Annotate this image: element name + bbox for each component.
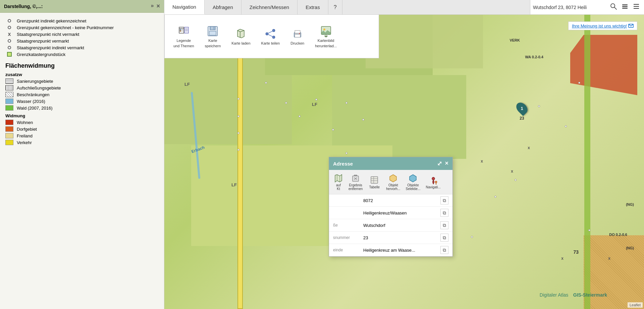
svg-rect-11 xyxy=(180,30,181,32)
layers-icon[interactable] xyxy=(620,1,630,13)
svg-rect-21 xyxy=(209,31,216,35)
drucken-button[interactable]: Drucken xyxy=(287,26,308,47)
addr-hausnummer-value: 23 xyxy=(363,235,440,240)
svg-rect-4 xyxy=(622,8,628,9)
x-mark-1: x xyxy=(528,145,530,150)
tab-navigation[interactable]: Navigation xyxy=(164,0,205,14)
auf-karte-icon xyxy=(334,173,343,183)
map-marker: 1 23 xyxy=(517,102,527,121)
meinung-banner[interactable]: Ihre Meinung ist uns wichtig! xyxy=(568,21,637,30)
legende-button[interactable]: Legende und Themen xyxy=(170,23,198,50)
addr-ort-copy[interactable]: ⧉ xyxy=(440,209,448,217)
svg-point-24 xyxy=(272,36,275,39)
tab-extras[interactable]: Extras xyxy=(298,0,328,14)
address-expand-btn[interactable]: ⤢ xyxy=(437,160,442,167)
left-panel: Darstellung, ©,...: » × Grenzpunkt indir… xyxy=(0,0,164,309)
close-btn[interactable]: × xyxy=(156,3,160,10)
auf-karte-button[interactable]: aufKt xyxy=(332,172,345,192)
panel-title: Darstellung, ©,...: xyxy=(4,4,43,9)
search-input[interactable] xyxy=(533,5,607,10)
karte-speichern-label1: Karte xyxy=(208,39,217,43)
item-label: Grenzpunkt indirekt gekennzeichnet xyxy=(17,18,86,23)
address-dialog-toolbar: aufKt Ergebnisentfernen Tabelle Objekthe… xyxy=(329,170,452,194)
svg-rect-20 xyxy=(211,27,213,29)
karte-teilen-button[interactable]: Karte teilen xyxy=(258,26,283,47)
search-icon[interactable] xyxy=(608,1,619,13)
karte-teilen-label: Karte teilen xyxy=(261,41,280,45)
hatch-v-icon xyxy=(5,85,13,90)
hatch-d-icon xyxy=(5,92,13,97)
item-label: Grenzkatastergrundstück xyxy=(17,52,65,57)
karte-speichern-button[interactable]: Karte speichern xyxy=(202,23,224,50)
objekt-hervorh-icon xyxy=(388,173,398,183)
section-title: Flächenwidmung xyxy=(5,62,159,69)
address-dialog-title: Adresse xyxy=(333,161,353,167)
navigati-button[interactable]: Navigati... xyxy=(424,174,442,190)
svg-rect-29 xyxy=(295,30,300,33)
tab-help[interactable]: ? xyxy=(328,0,342,14)
addr-hausnummer-label: snummer xyxy=(333,235,363,240)
address-dialog: Adresse ⤢ × aufKt Ergebnisentfernen Tabe… xyxy=(329,157,453,257)
legende-label: Legende xyxy=(176,39,191,43)
addr-strasse-label: ße xyxy=(333,223,363,228)
map-dot xyxy=(565,125,567,127)
svg-rect-3 xyxy=(622,6,628,7)
map[interactable]: LF LF LF x x x x x Erbach WA 0.2-0.4 DO … xyxy=(164,15,644,309)
map-dot xyxy=(315,99,317,101)
address-close-btn[interactable]: × xyxy=(445,160,448,167)
tabelle-button[interactable]: Tabelle xyxy=(366,174,383,190)
panel-content: Grenzpunkt indirekt gekennzeichnet Grenz… xyxy=(0,13,164,150)
addr-hausnummer-copy[interactable]: ⧉ xyxy=(440,234,448,242)
map-dot xyxy=(588,229,590,231)
karte-speichern-label2: speichern xyxy=(205,44,221,48)
item-label: Verkehr xyxy=(17,140,32,145)
tab-abfragen[interactable]: Abfragen xyxy=(205,0,241,14)
item-label: Dorfgebiet xyxy=(17,127,37,132)
addr-plz-copy[interactable]: ⧉ xyxy=(440,196,448,204)
addr-strasse-copy[interactable]: ⧉ xyxy=(440,221,448,229)
map-road xyxy=(237,15,243,309)
addr-ort-value: Heiligenkreuz/Waasen xyxy=(363,210,440,215)
map-dot xyxy=(237,98,239,100)
svg-point-23 xyxy=(266,33,268,35)
objekt-hervorh-button[interactable]: Objekthervorh... xyxy=(384,172,402,192)
list-item: x Staatsgrenzpunkt nicht vermarkt xyxy=(5,32,159,37)
map-marker-number: 1 xyxy=(521,106,523,111)
objekte-seletie-label: ObjekteSelektie... xyxy=(406,183,421,191)
map-dot xyxy=(578,82,580,84)
tab-zeichnen-messen[interactable]: Zeichnen/Messen xyxy=(241,0,298,14)
map-marker-label: 23 xyxy=(520,116,524,121)
svg-marker-44 xyxy=(390,175,396,182)
top-nav: Navigation Abfragen Zeichnen/Messen Extr… xyxy=(164,0,644,15)
kartenbild-icon xyxy=(320,25,332,37)
addr-gemeinde-copy[interactable]: ⧉ xyxy=(440,246,448,254)
list-item: Grenzpunkt indirekt gekennzeichnet xyxy=(5,18,159,23)
objekte-seletie-button[interactable]: ObjekteSelektie... xyxy=(404,172,423,192)
legende-label2: und Themen xyxy=(173,44,194,48)
list-item: Freiland xyxy=(5,133,159,138)
ergebnis-entfernen-button[interactable]: Ergebnisentfernen xyxy=(346,172,365,192)
map-dot xyxy=(237,132,239,134)
kartenbild-button[interactable]: Kartenbild herunterlad... xyxy=(312,23,340,50)
tabelle-label: Tabelle xyxy=(369,185,380,189)
x-mark-2: x xyxy=(481,159,483,164)
addr-row-plz: 8072 ⧉ xyxy=(329,194,452,207)
map-dot xyxy=(345,152,347,154)
karte-laden-button[interactable]: Karte laden xyxy=(228,26,254,47)
ng2-label: (NG) xyxy=(626,246,634,250)
item-label: Aufschließungsgebiete xyxy=(17,85,61,90)
map-dot xyxy=(285,102,287,104)
list-item: Dorfgebiet xyxy=(5,126,159,132)
svg-rect-40 xyxy=(371,177,378,183)
address-dialog-header: Adresse ⤢ × xyxy=(329,157,452,170)
hamburger-icon[interactable] xyxy=(631,1,641,13)
subsection-label: zusatzw xyxy=(5,72,159,77)
item-label: Staatsgrenzpunkt nicht vermarkt xyxy=(17,32,79,37)
tabelle-icon xyxy=(370,175,379,185)
map-dot xyxy=(299,115,301,117)
item-label: Freiland xyxy=(17,133,33,138)
expand-btn[interactable]: » xyxy=(151,3,154,10)
dot-icon xyxy=(8,46,11,49)
svg-rect-28 xyxy=(295,35,300,37)
navigati-icon xyxy=(429,175,438,185)
